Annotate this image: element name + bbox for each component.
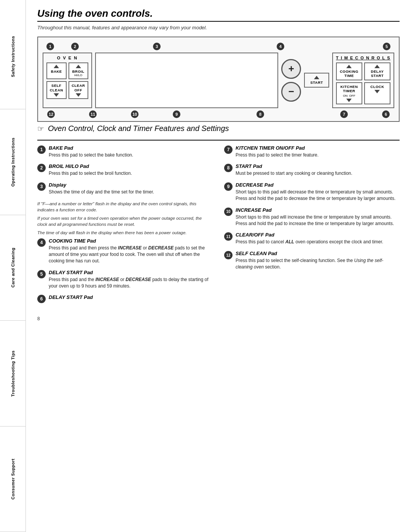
feature-item-5: 5 DELAY START Pad Press this pad and the… [37,270,213,289]
triangle-down-icon [76,93,81,97]
display-area [95,53,278,108]
sidebar-section-operating[interactable]: Operating Instructions [0,109,25,215]
triangle-down-icon [374,90,380,93]
sidebar-label-care: Care and Cleaning [11,248,15,288]
feature-num-4: 4 [37,238,46,247]
feature-content-7: KITCHEN TIMER ON/OFF Pad Press this pad … [236,145,400,158]
feature-content-9: DECREASE Pad Short taps to this pad will… [236,182,400,202]
italic-note-power: If your oven was set for a timed oven op… [37,215,213,227]
feature-item-7: 7 KITCHEN TIMER ON/OFF Pad Press this pa… [224,145,400,158]
decrease-button[interactable]: − [281,82,301,102]
feature-desc-12: Press this pad to select the self-cleani… [236,257,400,270]
sidebar-section-consumer[interactable]: Consumer Support [0,427,25,532]
feature-content-4: COOKING TIME Pad Press this pad and then… [49,238,213,264]
time-controls-panel: T I M E C O N R O L S COOKINGTIME DELAYS… [332,53,394,108]
badge-9: 9 [173,110,180,118]
feature-title-3: Display [49,182,213,188]
features-left-column: 1 BAKE Pad Press this pad to select the … [37,145,213,309]
feature-item-12: 12 SELF CLEAN Pad Press this pad to sele… [224,251,400,270]
control-buttons: + − [281,53,301,108]
feature-num-5: 5 [37,270,46,278]
feature-content-2: BROIL HI/LO Pad Press this pad to select… [49,163,213,177]
feature-item-1: 1 BAKE Pad Press this pad to select the … [37,145,213,158]
sidebar-section-troubleshooting[interactable]: Troubleshooting Tips [0,321,25,426]
feature-content-3: Display Shows the time of day and the ti… [49,182,213,195]
sidebar-section-care[interactable]: Care and Cleaning [0,215,25,321]
feature-title-5: DELAY START Pad [49,270,213,275]
start-button[interactable]: START [304,73,329,88]
triangle-down-icon [346,99,352,102]
sidebar: Safety Instructions Operating Instructio… [0,0,26,532]
badge-7: 7 [340,110,348,118]
delay-start-button[interactable]: DELAYSTART [364,62,390,80]
sidebar-label-consumer: Consumer Support [11,459,15,500]
cooking-time-button[interactable]: COOKINGTIME [336,62,362,80]
feature-num-1: 1 [37,145,46,154]
kitchen-timer-button[interactable]: KITCHENTIMER ON OFF [336,82,362,104]
oven-buttons: BAKE BROIL HI/LO SELFCLEAN CLEAROFF [46,62,88,99]
feature-num-8: 8 [224,164,233,172]
bake-label: BAKE [51,69,62,73]
feature-num-7: 7 [224,145,233,154]
feature-content-8: START Pad Must be pressed to start any c… [236,163,400,177]
badge-6: 6 [382,110,390,118]
feature-title-8: START Pad [236,163,400,169]
feature-num-6: 6 [37,295,46,303]
feature-num-3: 3 [37,182,46,191]
feature-title-4: COOKING TIME Pad [49,238,213,244]
feature-title-2: BROIL HI/LO Pad [49,163,213,169]
badge-1: 1 [46,43,54,50]
triangle-down-icon [54,93,59,97]
features-right-column: 7 KITCHEN TIMER ON/OFF Pad Press this pa… [224,145,400,309]
feature-num-10: 10 [224,208,233,216]
feature-desc-4: Press this pad and then press the INCREA… [49,245,213,264]
triangle-up-icon [314,76,319,79]
feature-title-1: BAKE Pad [49,145,213,151]
feature-item-11: 11 CLEAR/OFF Pad Press this pad to cance… [224,232,400,245]
cooking-time-label: COOKINGTIME [340,69,358,78]
feature-desc-8: Must be pressed to start any cooking or … [236,170,400,177]
feature-content-10: INCREASE Pad Short taps to this pad will… [236,207,400,227]
badge-12: 12 [47,110,55,118]
bake-button[interactable]: BAKE [46,62,67,79]
feature-item-2: 2 BROIL HI/LO Pad Press this pad to sele… [37,163,213,177]
feature-title-11: CLEAR/OFF Pad [236,232,400,238]
feature-desc-10: Short taps to this pad will increase the… [236,214,400,227]
page-title: Using the oven controls. [37,8,400,19]
increase-button[interactable]: + [281,59,301,79]
feature-item-6: 6 DELAY START Pad [37,294,213,303]
self-clean-button[interactable]: SELFCLEAN [46,81,67,99]
clock-button[interactable]: CLOCK [364,82,390,104]
triangle-up-icon [346,65,352,68]
sidebar-label-safety: Safety Instructions [11,36,15,77]
feature-item-8: 8 START Pad Must be pressed to start any… [224,163,400,177]
broil-sublabel: HI/LO [74,73,82,77]
sidebar-section-safety[interactable]: Safety Instructions [0,4,25,109]
feature-desc-2: Press this pad to select the broil funct… [49,170,213,177]
feature-content-1: BAKE Pad Press this pad to select the ba… [49,145,213,158]
feature-desc-7: Press this pad to select the timer featu… [236,152,400,158]
delay-start-label: DELAYSTART [371,69,384,78]
badge-3: 3 [153,43,161,50]
broil-button[interactable]: BROIL HI/LO [68,62,89,79]
feature-title-12: SELF CLEAN Pad [236,251,400,256]
finger-icon: ☞ [37,124,44,133]
feature-desc-11: Press this pad to cancel ALL oven operat… [236,239,400,245]
feature-num-2: 2 [37,164,46,172]
self-clean-label: SELFCLEAN [50,83,63,92]
badge-5: 5 [383,43,390,50]
time-controls-label: T I M E C O N R O L S [336,56,390,60]
badge-10: 10 [131,110,139,118]
broil-label: BROIL [72,69,84,73]
feature-title-7: KITCHEN TIMER ON/OFF Pad [236,145,400,151]
features-header-row: ☞ Oven Control, Clock and Timer Features… [37,124,400,141]
kitchen-timer-label: KITCHENTIMER [341,85,358,93]
clear-off-button[interactable]: CLEAROFF [68,81,89,99]
sidebar-label-troubleshooting: Troubleshooting Tips [11,350,15,397]
oven-diagram: 1 2 3 4 5 O V E N BAKE [37,37,400,122]
bottom-number-row: 12 11 10 9 8 7 6 [43,108,394,118]
features-grid: 1 BAKE Pad Press this pad to select the … [37,145,400,309]
feature-desc-3: Shows the time of day and the time set f… [49,189,213,195]
middle-section: + − START [95,53,329,108]
badge-4: 4 [277,43,284,50]
